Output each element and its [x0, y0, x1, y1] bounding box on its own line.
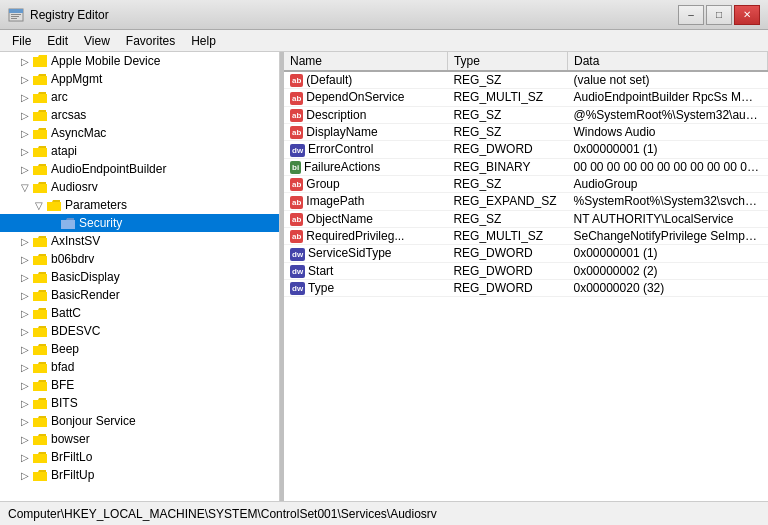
tree-item-brfiltup[interactable]: ▷ BrFiltUp — [0, 466, 279, 484]
cell-type: REG_BINARY — [447, 158, 567, 175]
svg-rect-23 — [33, 382, 47, 391]
table-row[interactable]: dwErrorControl REG_DWORD 0x00000001 (1) — [284, 141, 768, 158]
cell-type: REG_MULTI_SZ — [447, 227, 567, 244]
svg-rect-6 — [33, 76, 47, 85]
tree-label-basicrender: BasicRender — [51, 288, 120, 302]
menu-help[interactable]: Help — [183, 32, 224, 50]
tree-label-brfiltup: BrFiltUp — [51, 468, 94, 482]
cell-data: Windows Audio — [567, 123, 767, 140]
table-row[interactable]: abObjectName REG_SZ NT AUTHORITY\LocalSe… — [284, 210, 768, 227]
restore-button[interactable]: □ — [706, 5, 732, 25]
table-row[interactable]: abImagePath REG_EXPAND_SZ %SystemRoot%\S… — [284, 193, 768, 210]
tree-label-bonjour: Bonjour Service — [51, 414, 136, 428]
tree-item-brfiltlo[interactable]: ▷ BrFiltLo — [0, 448, 279, 466]
menu-view[interactable]: View — [76, 32, 118, 50]
tree-label-bits: BITS — [51, 396, 78, 410]
cell-data: 0x00000001 (1) — [567, 245, 767, 262]
expander-bowser: ▷ — [18, 432, 32, 446]
expander-asyncmac: ▷ — [18, 126, 32, 140]
menu-edit[interactable]: Edit — [39, 32, 76, 50]
tree-item-b06bdrv[interactable]: ▷ b06bdrv — [0, 250, 279, 268]
cell-type: REG_SZ — [447, 175, 567, 192]
cell-name: abObjectName — [284, 210, 447, 227]
tree-item-appmgmt[interactable]: ▷ AppMgmt — [0, 70, 279, 88]
tree-label-bfe: BFE — [51, 378, 74, 392]
svg-rect-24 — [33, 400, 47, 409]
tree-item-bits[interactable]: ▷ BITS — [0, 394, 279, 412]
table-row[interactable]: dwServiceSidType REG_DWORD 0x00000001 (1… — [284, 245, 768, 262]
folder-icon-beep — [32, 342, 48, 356]
tree-item-bdesvc[interactable]: ▷ BDESVC — [0, 322, 279, 340]
cell-type: REG_SZ — [447, 71, 567, 89]
tree-label-bdesvc: BDESVC — [51, 324, 100, 338]
folder-icon-security — [60, 216, 76, 230]
table-row[interactable]: biFailureActions REG_BINARY 00 00 00 00 … — [284, 158, 768, 175]
tree-item-basicdisplay[interactable]: ▷ BasicDisplay — [0, 268, 279, 286]
tree-item-bfad[interactable]: ▷ bfad — [0, 358, 279, 376]
table-row[interactable]: dwStart REG_DWORD 0x00000002 (2) — [284, 262, 768, 279]
folder-icon-arcsas — [32, 108, 48, 122]
registry-icon — [8, 7, 24, 23]
table-row[interactable]: abDependOnService REG_MULTI_SZ AudioEndp… — [284, 89, 768, 106]
col-header-data: Data — [567, 52, 767, 71]
tree-item-beep[interactable]: ▷ Beep — [0, 340, 279, 358]
table-row[interactable]: abDescription REG_SZ @%SystemRoot%\Syste… — [284, 106, 768, 123]
menu-file[interactable]: File — [4, 32, 39, 50]
tree-item-axinstsv[interactable]: ▷ AxInstSV — [0, 232, 279, 250]
table-row[interactable]: abRequiredPrivileg... REG_MULTI_SZ SeCha… — [284, 227, 768, 244]
expander-axinstsv: ▷ — [18, 234, 32, 248]
tree-item-basicrender[interactable]: ▷ BasicRender — [0, 286, 279, 304]
folder-icon-basicrender — [32, 288, 48, 302]
cell-name: biFailureActions — [284, 158, 447, 175]
table-row[interactable]: dwType REG_DWORD 0x00000020 (32) — [284, 279, 768, 296]
tree-item-apple-mobile[interactable]: ▷ Apple Mobile Device — [0, 52, 279, 70]
expander-audiosrv: ▽ — [18, 180, 32, 194]
tree-item-battc[interactable]: ▷ BattC — [0, 304, 279, 322]
expander-brfiltup: ▷ — [18, 468, 32, 482]
table-row[interactable]: abGroup REG_SZ AudioGroup — [284, 175, 768, 192]
folder-icon-bfad — [32, 360, 48, 374]
tree-item-audioendpointbuilder[interactable]: ▷ AudioEndpointBuilder — [0, 160, 279, 178]
svg-rect-8 — [33, 112, 47, 121]
table-row[interactable]: ab(Default) REG_SZ (value not set) — [284, 71, 768, 89]
cell-data: 0x00000002 (2) — [567, 262, 767, 279]
tree-label-audiosrv: Audiosrv — [51, 180, 98, 194]
folder-icon-basicdisplay — [32, 270, 48, 284]
svg-rect-17 — [33, 274, 47, 283]
expander-beep: ▷ — [18, 342, 32, 356]
expander-atapi: ▷ — [18, 144, 32, 158]
tree-item-security[interactable]: Security — [0, 214, 279, 232]
expander-bdesvc: ▷ — [18, 324, 32, 338]
cell-type: REG_DWORD — [447, 262, 567, 279]
cell-name: dwServiceSidType — [284, 245, 447, 262]
tree-item-audiosrv[interactable]: ▽ Audiosrv — [0, 178, 279, 196]
folder-icon-apple-mobile — [32, 54, 48, 68]
minimize-button[interactable]: – — [678, 5, 704, 25]
tree-item-asyncmac[interactable]: ▷ AsyncMac — [0, 124, 279, 142]
tree-scroll[interactable]: ▷ Apple Mobile Device ▷ AppMgmt ▷ arc ▷ — [0, 52, 279, 501]
cell-name: ab(Default) — [284, 71, 447, 89]
tree-item-parameters[interactable]: ▽ Parameters — [0, 196, 279, 214]
tree-label-basicdisplay: BasicDisplay — [51, 270, 120, 284]
tree-item-bowser[interactable]: ▷ bowser — [0, 430, 279, 448]
tree-item-arc[interactable]: ▷ arc — [0, 88, 279, 106]
title-bar-left: Registry Editor — [8, 7, 109, 23]
cell-data: 0x00000001 (1) — [567, 141, 767, 158]
svg-rect-10 — [33, 148, 47, 157]
detail-table[interactable]: Name Type Data ab(Default) REG_SZ (value… — [284, 52, 768, 501]
table-row[interactable]: abDisplayName REG_SZ Windows Audio — [284, 123, 768, 140]
tree-item-arcsas[interactable]: ▷ arcsas — [0, 106, 279, 124]
tree-item-atapi[interactable]: ▷ atapi — [0, 142, 279, 160]
cell-name: abRequiredPrivileg... — [284, 227, 447, 244]
cell-data: AudioEndpointBuilder RpcSs MMCSS — [567, 89, 767, 106]
svg-rect-11 — [33, 166, 47, 175]
tree-item-bfe[interactable]: ▷ BFE — [0, 376, 279, 394]
expander-apple-mobile: ▷ — [18, 54, 32, 68]
cell-name: abDisplayName — [284, 123, 447, 140]
svg-rect-20 — [33, 328, 47, 337]
menu-favorites[interactable]: Favorites — [118, 32, 183, 50]
close-button[interactable]: ✕ — [734, 5, 760, 25]
tree-item-bonjour[interactable]: ▷ Bonjour Service — [0, 412, 279, 430]
folder-icon-arc — [32, 90, 48, 104]
svg-rect-5 — [33, 58, 47, 67]
